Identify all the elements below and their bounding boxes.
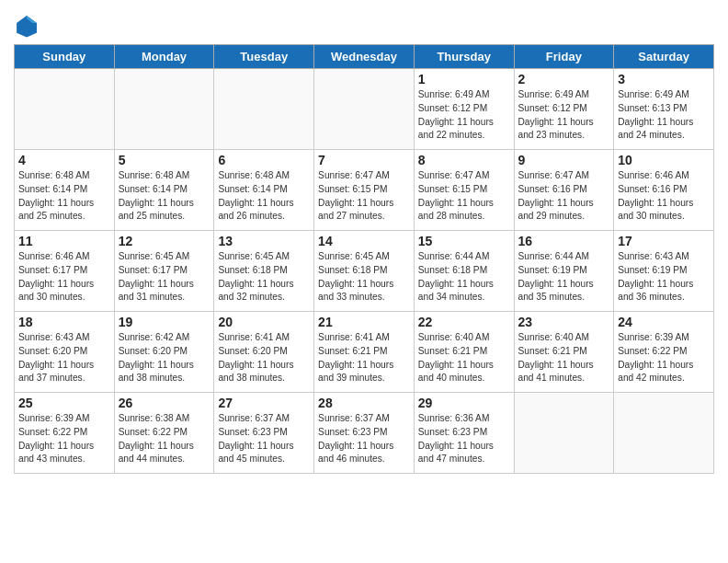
day-cell: 22Sunrise: 6:40 AMSunset: 6:21 PMDayligh… — [414, 312, 514, 393]
day-cell: 4Sunrise: 6:48 AMSunset: 6:14 PMDaylight… — [15, 150, 115, 231]
day-cell: 15Sunrise: 6:44 AMSunset: 6:18 PMDayligh… — [414, 231, 514, 312]
day-info: Sunrise: 6:44 AMSunset: 6:19 PMDaylight:… — [518, 250, 610, 304]
day-info: Sunrise: 6:48 AMSunset: 6:14 PMDaylight:… — [18, 169, 110, 224]
day-info: Sunrise: 6:39 AMSunset: 6:22 PMDaylight:… — [18, 412, 110, 466]
header-cell-monday: Monday — [114, 45, 214, 69]
day-number: 9 — [518, 153, 610, 167]
day-number: 3 — [618, 72, 710, 86]
day-number: 2 — [518, 72, 610, 86]
day-cell: 21Sunrise: 6:41 AMSunset: 6:21 PMDayligh… — [314, 312, 415, 393]
day-info: Sunrise: 6:42 AMSunset: 6:20 PMDaylight:… — [119, 331, 210, 385]
day-cell: 3Sunrise: 6:49 AMSunset: 6:13 PMDaylight… — [614, 69, 714, 150]
day-number: 21 — [318, 315, 410, 329]
day-cell: 5Sunrise: 6:48 AMSunset: 6:14 PMDaylight… — [114, 150, 214, 231]
day-number: 12 — [119, 234, 210, 248]
day-cell: 8Sunrise: 6:47 AMSunset: 6:15 PMDaylight… — [414, 150, 514, 231]
week-row-1: 4Sunrise: 6:48 AMSunset: 6:14 PMDaylight… — [15, 150, 714, 231]
day-cell: 2Sunrise: 6:49 AMSunset: 6:12 PMDaylight… — [514, 69, 614, 150]
day-info: Sunrise: 6:47 AMSunset: 6:15 PMDaylight:… — [418, 169, 510, 224]
day-number: 11 — [18, 234, 110, 248]
day-number: 25 — [18, 396, 110, 410]
day-info: Sunrise: 6:41 AMSunset: 6:20 PMDaylight:… — [218, 331, 310, 385]
day-info: Sunrise: 6:45 AMSunset: 6:17 PMDaylight:… — [119, 250, 210, 304]
day-cell: 11Sunrise: 6:46 AMSunset: 6:17 PMDayligh… — [15, 231, 115, 312]
header-cell-tuesday: Tuesday — [214, 45, 314, 69]
day-cell: 26Sunrise: 6:38 AMSunset: 6:22 PMDayligh… — [114, 393, 214, 474]
header-cell-friday: Friday — [514, 45, 614, 69]
day-info: Sunrise: 6:47 AMSunset: 6:15 PMDaylight:… — [318, 169, 410, 224]
day-info: Sunrise: 6:45 AMSunset: 6:18 PMDaylight:… — [318, 250, 410, 304]
day-info: Sunrise: 6:36 AMSunset: 6:23 PMDaylight:… — [418, 412, 510, 466]
day-number: 19 — [119, 315, 210, 329]
week-row-2: 11Sunrise: 6:46 AMSunset: 6:17 PMDayligh… — [15, 231, 714, 312]
day-number: 8 — [418, 153, 510, 167]
day-info: Sunrise: 6:40 AMSunset: 6:21 PMDaylight:… — [518, 331, 610, 385]
page: SundayMondayTuesdayWednesdayThursdayFrid… — [0, 0, 728, 563]
week-row-4: 25Sunrise: 6:39 AMSunset: 6:22 PMDayligh… — [15, 393, 714, 474]
day-number: 24 — [618, 315, 710, 329]
day-number: 20 — [218, 315, 310, 329]
day-cell — [214, 69, 314, 150]
day-number: 4 — [18, 153, 110, 167]
day-cell: 6Sunrise: 6:48 AMSunset: 6:14 PMDaylight… — [214, 150, 314, 231]
day-number: 14 — [318, 234, 410, 248]
day-number: 10 — [618, 153, 710, 167]
logo — [14, 13, 41, 39]
day-info: Sunrise: 6:49 AMSunset: 6:12 PMDaylight:… — [518, 88, 610, 143]
day-cell: 12Sunrise: 6:45 AMSunset: 6:17 PMDayligh… — [114, 231, 214, 312]
day-info: Sunrise: 6:43 AMSunset: 6:19 PMDaylight:… — [618, 250, 710, 304]
day-number: 22 — [418, 315, 510, 329]
day-cell: 29Sunrise: 6:36 AMSunset: 6:23 PMDayligh… — [414, 393, 514, 474]
day-cell — [114, 69, 214, 150]
day-info: Sunrise: 6:37 AMSunset: 6:23 PMDaylight:… — [218, 412, 310, 466]
day-info: Sunrise: 6:43 AMSunset: 6:20 PMDaylight:… — [18, 331, 110, 385]
day-info: Sunrise: 6:48 AMSunset: 6:14 PMDaylight:… — [218, 169, 310, 224]
logo-icon — [14, 13, 40, 39]
header-cell-thursday: Thursday — [414, 45, 514, 69]
day-cell: 1Sunrise: 6:49 AMSunset: 6:12 PMDaylight… — [414, 69, 514, 150]
day-cell — [514, 393, 614, 474]
day-info: Sunrise: 6:37 AMSunset: 6:23 PMDaylight:… — [318, 412, 410, 466]
day-number: 5 — [119, 153, 210, 167]
header-area — [14, 9, 714, 39]
day-number: 29 — [418, 396, 510, 410]
day-cell: 25Sunrise: 6:39 AMSunset: 6:22 PMDayligh… — [15, 393, 115, 474]
day-number: 16 — [518, 234, 610, 248]
day-info: Sunrise: 6:39 AMSunset: 6:22 PMDaylight:… — [618, 331, 710, 385]
day-info: Sunrise: 6:46 AMSunset: 6:17 PMDaylight:… — [18, 250, 110, 304]
day-cell — [314, 69, 415, 150]
calendar-table: SundayMondayTuesdayWednesdayThursdayFrid… — [14, 44, 714, 474]
day-info: Sunrise: 6:38 AMSunset: 6:22 PMDaylight:… — [119, 412, 210, 466]
header-cell-wednesday: Wednesday — [314, 45, 415, 69]
day-info: Sunrise: 6:45 AMSunset: 6:18 PMDaylight:… — [218, 250, 310, 304]
day-cell: 10Sunrise: 6:46 AMSunset: 6:16 PMDayligh… — [614, 150, 714, 231]
day-info: Sunrise: 6:40 AMSunset: 6:21 PMDaylight:… — [418, 331, 510, 385]
day-number: 1 — [418, 72, 510, 86]
day-cell: 19Sunrise: 6:42 AMSunset: 6:20 PMDayligh… — [114, 312, 214, 393]
day-info: Sunrise: 6:48 AMSunset: 6:14 PMDaylight:… — [119, 169, 210, 224]
day-number: 13 — [218, 234, 310, 248]
day-cell: 28Sunrise: 6:37 AMSunset: 6:23 PMDayligh… — [314, 393, 415, 474]
day-cell — [15, 69, 115, 150]
day-number: 6 — [218, 153, 310, 167]
header-row: SundayMondayTuesdayWednesdayThursdayFrid… — [15, 45, 714, 69]
header-cell-sunday: Sunday — [15, 45, 115, 69]
day-info: Sunrise: 6:49 AMSunset: 6:13 PMDaylight:… — [618, 88, 710, 143]
day-number: 27 — [218, 396, 310, 410]
day-cell: 18Sunrise: 6:43 AMSunset: 6:20 PMDayligh… — [15, 312, 115, 393]
day-number: 18 — [18, 315, 110, 329]
day-number: 15 — [418, 234, 510, 248]
day-cell: 27Sunrise: 6:37 AMSunset: 6:23 PMDayligh… — [214, 393, 314, 474]
week-row-3: 18Sunrise: 6:43 AMSunset: 6:20 PMDayligh… — [15, 312, 714, 393]
day-cell: 9Sunrise: 6:47 AMSunset: 6:16 PMDaylight… — [514, 150, 614, 231]
day-info: Sunrise: 6:44 AMSunset: 6:18 PMDaylight:… — [418, 250, 510, 304]
day-cell: 24Sunrise: 6:39 AMSunset: 6:22 PMDayligh… — [614, 312, 714, 393]
day-cell: 23Sunrise: 6:40 AMSunset: 6:21 PMDayligh… — [514, 312, 614, 393]
day-cell — [614, 393, 714, 474]
day-cell: 17Sunrise: 6:43 AMSunset: 6:19 PMDayligh… — [614, 231, 714, 312]
day-cell: 16Sunrise: 6:44 AMSunset: 6:19 PMDayligh… — [514, 231, 614, 312]
day-cell: 7Sunrise: 6:47 AMSunset: 6:15 PMDaylight… — [314, 150, 415, 231]
day-cell: 13Sunrise: 6:45 AMSunset: 6:18 PMDayligh… — [214, 231, 314, 312]
day-cell: 14Sunrise: 6:45 AMSunset: 6:18 PMDayligh… — [314, 231, 415, 312]
day-number: 26 — [119, 396, 210, 410]
